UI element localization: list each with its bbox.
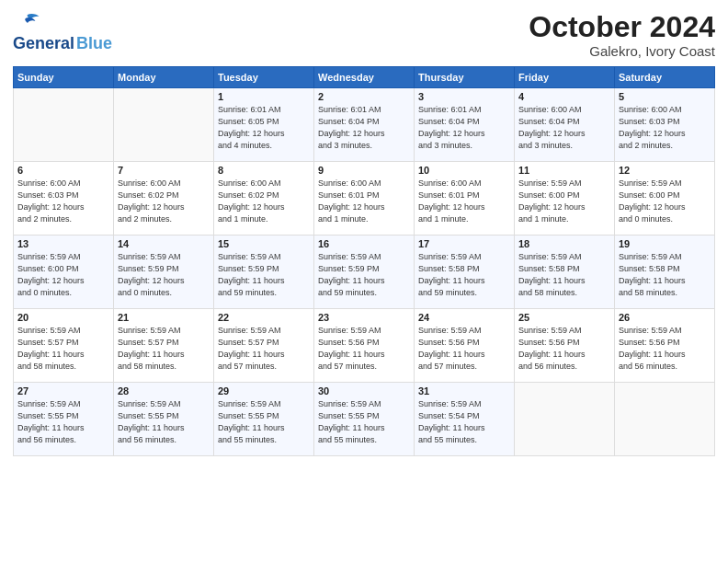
- header-sunday: Sunday: [14, 67, 114, 88]
- day-number: 16: [318, 238, 410, 249]
- day-number: 12: [619, 165, 711, 176]
- day-number: 2: [318, 91, 410, 102]
- day-info: Sunrise: 6:00 AM Sunset: 6:01 PM Dayligh…: [318, 178, 410, 225]
- day-number: 3: [418, 91, 510, 102]
- table-row: 30Sunrise: 5:59 AM Sunset: 5:55 PM Dayli…: [314, 383, 415, 456]
- day-number: 1: [218, 91, 310, 102]
- table-row: 4Sunrise: 6:00 AM Sunset: 6:04 PM Daylig…: [515, 88, 615, 162]
- table-row: 17Sunrise: 5:59 AM Sunset: 5:58 PM Dayli…: [415, 236, 515, 309]
- day-info: Sunrise: 6:01 AM Sunset: 6:04 PM Dayligh…: [318, 104, 410, 152]
- logo-icon: [15, 11, 40, 31]
- day-number: 25: [518, 312, 610, 323]
- day-info: Sunrise: 5:59 AM Sunset: 5:55 PM Dayligh…: [318, 398, 410, 446]
- day-info: Sunrise: 5:59 AM Sunset: 6:00 PM Dayligh…: [619, 178, 711, 225]
- day-info: Sunrise: 6:01 AM Sunset: 6:04 PM Dayligh…: [418, 104, 510, 152]
- day-info: Sunrise: 6:00 AM Sunset: 6:02 PM Dayligh…: [118, 178, 210, 225]
- table-row: 13Sunrise: 5:59 AM Sunset: 6:00 PM Dayli…: [14, 236, 114, 309]
- table-row: 12Sunrise: 5:59 AM Sunset: 6:00 PM Dayli…: [615, 162, 715, 236]
- header-wednesday: Wednesday: [314, 67, 415, 88]
- table-row: 24Sunrise: 5:59 AM Sunset: 5:56 PM Dayli…: [415, 309, 515, 383]
- day-info: Sunrise: 5:59 AM Sunset: 6:00 PM Dayligh…: [17, 251, 109, 299]
- day-info: Sunrise: 5:59 AM Sunset: 5:56 PM Dayligh…: [318, 325, 410, 373]
- table-row: 5Sunrise: 6:00 AM Sunset: 6:03 PM Daylig…: [615, 88, 715, 162]
- calendar-body: 1Sunrise: 6:01 AM Sunset: 6:05 PM Daylig…: [14, 88, 715, 456]
- day-info: Sunrise: 5:59 AM Sunset: 5:58 PM Dayligh…: [518, 251, 610, 299]
- header-friday: Friday: [515, 67, 615, 88]
- day-number: 9: [318, 165, 410, 176]
- table-row: 3Sunrise: 6:01 AM Sunset: 6:04 PM Daylig…: [415, 88, 515, 162]
- day-number: 13: [17, 238, 109, 249]
- day-number: 17: [418, 238, 510, 249]
- day-number: 26: [619, 312, 711, 323]
- day-number: 31: [418, 385, 510, 396]
- table-row: 1Sunrise: 6:01 AM Sunset: 6:05 PM Daylig…: [214, 88, 314, 162]
- table-row: 19Sunrise: 5:59 AM Sunset: 5:58 PM Dayli…: [615, 236, 715, 309]
- day-number: 6: [17, 165, 109, 176]
- day-number: 4: [518, 91, 610, 102]
- table-row: 22Sunrise: 5:59 AM Sunset: 5:57 PM Dayli…: [214, 309, 314, 383]
- day-info: Sunrise: 5:59 AM Sunset: 5:59 PM Dayligh…: [118, 251, 210, 299]
- header: General Blue October 2024 Galekro, Ivory…: [13, 11, 715, 59]
- table-row: 21Sunrise: 5:59 AM Sunset: 5:57 PM Dayli…: [114, 309, 214, 383]
- day-number: 29: [218, 385, 310, 396]
- day-info: Sunrise: 6:00 AM Sunset: 6:01 PM Dayligh…: [418, 178, 510, 225]
- day-number: 21: [118, 312, 210, 323]
- day-number: 19: [619, 238, 711, 249]
- day-number: 20: [17, 312, 109, 323]
- day-info: Sunrise: 5:59 AM Sunset: 5:57 PM Dayligh…: [218, 325, 310, 373]
- logo: General Blue: [13, 11, 112, 53]
- day-number: 24: [418, 312, 510, 323]
- month-title: October 2024: [529, 11, 715, 43]
- day-number: 11: [518, 165, 610, 176]
- day-number: 28: [118, 385, 210, 396]
- day-info: Sunrise: 5:59 AM Sunset: 5:55 PM Dayligh…: [17, 398, 109, 446]
- table-row: 16Sunrise: 5:59 AM Sunset: 5:59 PM Dayli…: [314, 236, 415, 309]
- day-info: Sunrise: 6:00 AM Sunset: 6:04 PM Dayligh…: [518, 104, 610, 152]
- header-tuesday: Tuesday: [214, 67, 314, 88]
- calendar-header: Sunday Monday Tuesday Wednesday Thursday…: [14, 67, 715, 88]
- table-row: 11Sunrise: 5:59 AM Sunset: 6:00 PM Dayli…: [515, 162, 615, 236]
- day-info: Sunrise: 5:59 AM Sunset: 5:54 PM Dayligh…: [418, 398, 510, 446]
- header-monday: Monday: [114, 67, 214, 88]
- logo-text-blue: Blue: [76, 35, 112, 53]
- calendar-page: General Blue October 2024 Galekro, Ivory…: [0, 0, 728, 563]
- table-row: 31Sunrise: 5:59 AM Sunset: 5:54 PM Dayli…: [415, 383, 515, 456]
- header-saturday: Saturday: [615, 67, 715, 88]
- table-row: [114, 88, 214, 162]
- table-row: 20Sunrise: 5:59 AM Sunset: 5:57 PM Dayli…: [14, 309, 114, 383]
- day-info: Sunrise: 6:00 AM Sunset: 6:03 PM Dayligh…: [619, 104, 711, 152]
- table-row: 27Sunrise: 5:59 AM Sunset: 5:55 PM Dayli…: [14, 383, 114, 456]
- day-info: Sunrise: 5:59 AM Sunset: 5:57 PM Dayligh…: [17, 325, 109, 373]
- day-info: Sunrise: 5:59 AM Sunset: 5:59 PM Dayligh…: [318, 251, 410, 299]
- day-info: Sunrise: 6:00 AM Sunset: 6:03 PM Dayligh…: [17, 178, 109, 225]
- day-info: Sunrise: 5:59 AM Sunset: 5:59 PM Dayligh…: [218, 251, 310, 299]
- day-number: 10: [418, 165, 510, 176]
- day-number: 15: [218, 238, 310, 249]
- table-row: 25Sunrise: 5:59 AM Sunset: 5:56 PM Dayli…: [515, 309, 615, 383]
- table-row: 23Sunrise: 5:59 AM Sunset: 5:56 PM Dayli…: [314, 309, 415, 383]
- day-info: Sunrise: 6:01 AM Sunset: 6:05 PM Dayligh…: [218, 104, 310, 152]
- day-number: 8: [218, 165, 310, 176]
- day-number: 22: [218, 312, 310, 323]
- header-thursday: Thursday: [415, 67, 515, 88]
- day-number: 18: [518, 238, 610, 249]
- table-row: 8Sunrise: 6:00 AM Sunset: 6:02 PM Daylig…: [214, 162, 314, 236]
- location-subtitle: Galekro, Ivory Coast: [529, 43, 715, 59]
- table-row: 18Sunrise: 5:59 AM Sunset: 5:58 PM Dayli…: [515, 236, 615, 309]
- table-row: 6Sunrise: 6:00 AM Sunset: 6:03 PM Daylig…: [14, 162, 114, 236]
- table-row: [515, 383, 615, 456]
- day-info: Sunrise: 5:59 AM Sunset: 6:00 PM Dayligh…: [518, 178, 610, 225]
- day-number: 27: [17, 385, 109, 396]
- table-row: 14Sunrise: 5:59 AM Sunset: 5:59 PM Dayli…: [114, 236, 214, 309]
- day-info: Sunrise: 6:00 AM Sunset: 6:02 PM Dayligh…: [218, 178, 310, 225]
- day-info: Sunrise: 5:59 AM Sunset: 5:58 PM Dayligh…: [418, 251, 510, 299]
- table-row: 26Sunrise: 5:59 AM Sunset: 5:56 PM Dayli…: [615, 309, 715, 383]
- day-info: Sunrise: 5:59 AM Sunset: 5:55 PM Dayligh…: [218, 398, 310, 446]
- table-row: 9Sunrise: 6:00 AM Sunset: 6:01 PM Daylig…: [314, 162, 415, 236]
- table-row: 2Sunrise: 6:01 AM Sunset: 6:04 PM Daylig…: [314, 88, 415, 162]
- day-number: 23: [318, 312, 410, 323]
- day-info: Sunrise: 5:59 AM Sunset: 5:56 PM Dayligh…: [619, 325, 711, 373]
- table-row: 28Sunrise: 5:59 AM Sunset: 5:55 PM Dayli…: [114, 383, 214, 456]
- day-number: 5: [619, 91, 711, 102]
- table-row: 15Sunrise: 5:59 AM Sunset: 5:59 PM Dayli…: [214, 236, 314, 309]
